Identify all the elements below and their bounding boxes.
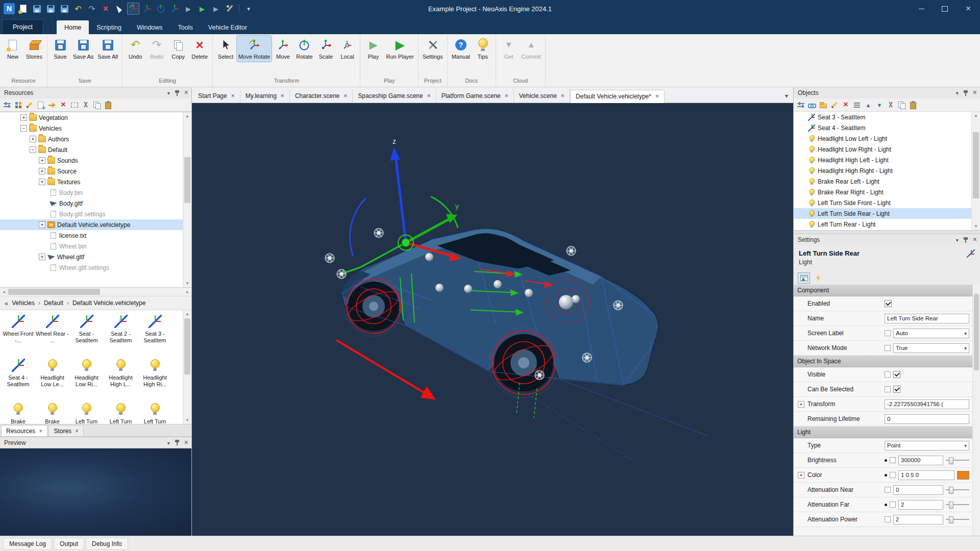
- panel-splitter[interactable]: [794, 231, 980, 234]
- prop-row-transform[interactable]: Transform -2.22725503941756 (: [794, 397, 972, 412]
- move-down-icon[interactable]: [875, 101, 884, 110]
- resources-panel-header[interactable]: Resources: [0, 87, 191, 98]
- wand-tool-icon[interactable]: [224, 3, 236, 15]
- move-button[interactable]: Move: [273, 36, 293, 62]
- can-be-selected-checkbox[interactable]: [893, 386, 900, 393]
- tree-item[interactable]: − Vehicles: [0, 123, 183, 134]
- delete-icon[interactable]: [100, 3, 112, 15]
- prop-row-can-be-selected[interactable]: Can Be Selected: [794, 382, 972, 397]
- tree-expander-icon[interactable]: +: [20, 114, 27, 121]
- default-indicator[interactable]: [885, 330, 891, 336]
- paste-icon[interactable]: [909, 101, 918, 110]
- default-indicator[interactable]: [885, 516, 891, 522]
- menu-tab[interactable]: Scripting: [89, 20, 129, 34]
- copy-icon[interactable]: [897, 101, 906, 110]
- tree-item[interactable]: license.txt: [0, 230, 183, 241]
- object-item[interactable]: Seat 3 - SeatItem: [794, 112, 971, 122]
- asset-item[interactable]: Seat 2 - SeatItem: [104, 311, 138, 355]
- prop-row-remaining-lifetime[interactable]: Remaining Lifetime 0: [794, 412, 972, 427]
- asset-item[interactable]: Seat 4 - SeatItem: [1, 355, 35, 399]
- tree-item[interactable]: + Sounds: [0, 155, 183, 166]
- asset-item[interactable]: Left Turn: [138, 399, 172, 424]
- delete-icon[interactable]: [841, 101, 850, 110]
- pin-icon[interactable]: [175, 439, 180, 446]
- brightness-field[interactable]: 300000: [898, 456, 943, 465]
- document-tab[interactable]: Platform Game.scene: [436, 89, 514, 103]
- dock-tab[interactable]: Stores: [48, 425, 84, 436]
- bottom-dock-tab[interactable]: Message Log: [3, 538, 52, 550]
- move-rotate-button[interactable]: Move Rotate: [237, 36, 272, 62]
- tree-item[interactable]: Body.bin: [0, 187, 183, 198]
- scroll-up-icon[interactable]: ▲: [183, 310, 191, 318]
- brightness-slider[interactable]: [946, 456, 969, 464]
- save-as-button[interactable]: Save As: [71, 36, 95, 62]
- save-button[interactable]: Save: [50, 36, 70, 62]
- title-bar[interactable]: N Example Project - NeoAxis Engine 2024.…: [0, 0, 980, 17]
- options-icon[interactable]: [796, 101, 805, 110]
- name-field[interactable]: Left Turn Side Rear: [885, 314, 969, 323]
- tree-item[interactable]: Body.gltf: [0, 198, 183, 209]
- new-button[interactable]: New: [3, 36, 23, 62]
- paste-icon[interactable]: [104, 101, 113, 110]
- light-type-dropdown[interactable]: Point: [885, 441, 969, 450]
- save-all-button[interactable]: Save All: [96, 36, 119, 62]
- menu-tab[interactable]: Vehicle Editor: [201, 20, 255, 34]
- default-indicator[interactable]: [885, 371, 891, 378]
- tab-overflow-icon[interactable]: [780, 89, 793, 103]
- prop-row-enabled[interactable]: Enabled: [794, 296, 972, 311]
- default-indicator[interactable]: [890, 502, 896, 508]
- tree-item[interactable]: + Vegetation: [0, 112, 183, 123]
- run-player-icon[interactable]: [196, 3, 208, 15]
- settings-panel-header[interactable]: Settings: [794, 234, 980, 245]
- move-rotate-tool-icon[interactable]: [127, 3, 139, 15]
- object-item[interactable]: Headlight Low Right - Light: [794, 144, 971, 155]
- list-view-icon[interactable]: [852, 101, 862, 110]
- redo-button[interactable]: Redo: [146, 36, 167, 62]
- attenuation-near-slider[interactable]: [946, 486, 969, 494]
- asset-item[interactable]: Headlight Low Le...: [35, 355, 69, 399]
- scroll-left-icon[interactable]: ◂: [0, 288, 8, 296]
- object-item[interactable]: Brake Rear Right - Light: [794, 187, 971, 197]
- document-tab[interactable]: Spaceship Game.scene: [353, 89, 436, 103]
- close-icon[interactable]: [281, 92, 284, 99]
- prop-row-type[interactable]: Type Point: [794, 438, 972, 453]
- document-tab[interactable]: My.learning: [240, 89, 290, 103]
- tree-item[interactable]: − Default: [0, 144, 183, 155]
- cut-icon[interactable]: [81, 101, 90, 110]
- remaining-lifetime-field[interactable]: 0: [885, 414, 969, 424]
- network-mode-dropdown[interactable]: True: [893, 343, 969, 353]
- tree-expander-icon[interactable]: +: [39, 179, 45, 185]
- edit-icon[interactable]: [25, 101, 34, 110]
- options-icon[interactable]: [3, 101, 12, 110]
- scene-viewport[interactable]: z y: [192, 103, 793, 536]
- color-swatch[interactable]: [957, 471, 969, 480]
- pin-icon[interactable]: [175, 90, 180, 96]
- section-light[interactable]: Light: [794, 427, 972, 438]
- view-mode-icon[interactable]: [14, 101, 23, 110]
- tree-item[interactable]: Wheel.gltf.settings: [0, 262, 183, 273]
- manual-button[interactable]: Manual: [450, 36, 472, 62]
- tree-expander-icon[interactable]: −: [30, 146, 36, 153]
- close-icon[interactable]: [505, 92, 508, 99]
- stores-button[interactable]: Stores: [24, 36, 44, 62]
- tree-expander-icon[interactable]: +: [39, 157, 45, 164]
- scroll-up-icon[interactable]: ▲: [972, 112, 980, 119]
- scroll-down-icon[interactable]: ▼: [183, 416, 191, 424]
- tips-button[interactable]: Tips: [473, 36, 493, 62]
- close-button[interactable]: [957, 0, 980, 17]
- tree-expander-icon[interactable]: +: [30, 136, 36, 142]
- menu-tab[interactable]: Windows: [129, 20, 170, 34]
- move-tool-icon[interactable]: [141, 3, 153, 15]
- default-indicator[interactable]: [885, 386, 891, 392]
- delete-button[interactable]: Delete: [189, 36, 210, 62]
- run-player-button[interactable]: Run Player: [384, 36, 415, 62]
- customize-toolbar-icon[interactable]: [242, 3, 255, 15]
- scale-button[interactable]: Scale: [315, 36, 336, 62]
- document-tab[interactable]: Default Vehicle.vehicletype*: [570, 90, 665, 103]
- scrollbar-thumb[interactable]: [974, 294, 979, 370]
- tree-expander-icon[interactable]: +: [39, 168, 45, 174]
- object-item[interactable]: Headlight Low Left - Light: [794, 133, 971, 144]
- settings-button[interactable]: Settings: [421, 36, 445, 62]
- prop-row-network-mode[interactable]: Network Mode True: [794, 341, 972, 356]
- color-field[interactable]: 1 0.5 0: [898, 470, 954, 480]
